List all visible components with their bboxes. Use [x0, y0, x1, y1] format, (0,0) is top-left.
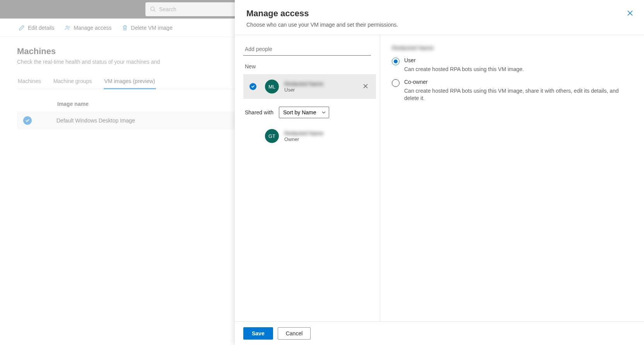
- panel-body: New ML Redacted Name User Shared with: [235, 35, 644, 321]
- shared-with-row: Shared with Sort by Name: [245, 107, 376, 118]
- row-check-icon[interactable]: [23, 116, 32, 125]
- close-button[interactable]: [625, 8, 635, 19]
- tab-machines[interactable]: Machines: [17, 74, 42, 89]
- close-icon: [363, 83, 368, 89]
- sort-by-select[interactable]: Sort by Name: [279, 107, 329, 118]
- permission-label: User: [404, 57, 632, 63]
- manage-access-button[interactable]: Manage access: [63, 22, 113, 33]
- permission-label: Co-owner: [404, 79, 632, 85]
- permission-option-user[interactable]: User Can create hosted RPA bots using th…: [392, 57, 632, 73]
- permission-option-coowner[interactable]: Co-owner Can create hosted RPA bots usin…: [392, 79, 632, 102]
- edit-details-label: Edit details: [28, 25, 54, 31]
- radio-coowner[interactable]: [392, 79, 400, 87]
- add-people-input[interactable]: [243, 43, 371, 56]
- panel-subtitle: Choose who can use your VM image and set…: [246, 22, 632, 28]
- edit-details-button[interactable]: Edit details: [17, 22, 56, 33]
- search-icon: [150, 6, 156, 12]
- person-info: Redacted Name User: [284, 81, 361, 93]
- person-selected-icon: [249, 83, 256, 90]
- person-info: Redacted Name Owner: [284, 130, 370, 142]
- avatar: GT: [265, 129, 279, 143]
- panel-title: Manage access: [246, 8, 632, 19]
- person-role: User: [284, 87, 361, 93]
- selected-person-name: Redacted Name: [392, 44, 632, 51]
- shared-person-row[interactable]: GT Redacted Name Owner: [243, 124, 376, 148]
- cancel-button[interactable]: Cancel: [278, 327, 311, 340]
- manage-access-label: Manage access: [73, 25, 111, 31]
- image-name-cell: Default Windows Desktop Image: [56, 117, 135, 124]
- delete-vm-image-label: Delete VM image: [131, 25, 173, 31]
- new-section-label: New: [243, 63, 376, 70]
- close-icon: [627, 10, 633, 16]
- pencil-icon: [19, 25, 25, 31]
- remove-person-button[interactable]: [361, 82, 370, 92]
- tab-vm-images[interactable]: VM images (preview): [104, 74, 156, 89]
- save-button[interactable]: Save: [243, 327, 273, 340]
- permission-description: Can create hosted RPA bots using this VM…: [404, 66, 632, 73]
- panel-footer: Save Cancel: [235, 321, 644, 345]
- new-person-row[interactable]: ML Redacted Name User: [243, 74, 376, 99]
- permission-description: Can create hosted RPA bots using this VM…: [404, 87, 632, 102]
- panel-header: Manage access Choose who can use your VM…: [235, 0, 644, 35]
- delete-vm-image-button[interactable]: Delete VM image: [120, 22, 174, 33]
- panel-right: Redacted Name User Can create hosted RPA…: [380, 35, 644, 321]
- people-icon: [64, 25, 70, 31]
- shared-with-label: Shared with: [245, 109, 273, 116]
- manage-access-panel: Manage access Choose who can use your VM…: [235, 0, 644, 345]
- person-name: Redacted Name: [284, 81, 361, 87]
- person-name: Redacted Name: [284, 130, 370, 136]
- tab-machine-groups[interactable]: Machine groups: [53, 74, 93, 89]
- panel-left: New ML Redacted Name User Shared with: [235, 35, 380, 321]
- trash-icon: [122, 25, 128, 31]
- person-role: Owner: [284, 136, 370, 142]
- avatar: ML: [265, 80, 279, 93]
- radio-user[interactable]: [392, 58, 400, 65]
